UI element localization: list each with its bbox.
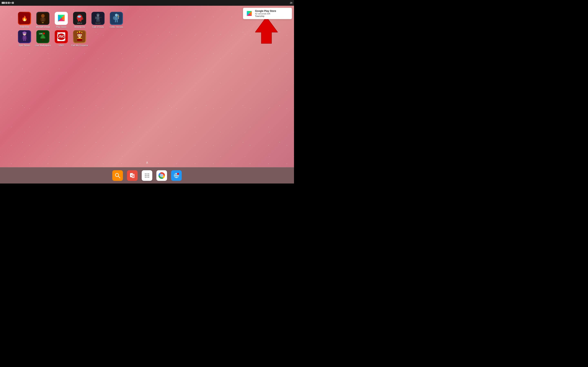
app-icon-uno: UNO U U [55, 30, 68, 43]
svg-point-85 [145, 175, 146, 176]
app-label-amongus: Among Us [74, 26, 85, 28]
svg-point-19 [96, 13, 99, 16]
app-item-celticheroes[interactable]: Celtic Heroes [108, 12, 125, 28]
app-icon-amongus: AMONG US [73, 12, 86, 25]
app-label-uno: UNO [59, 44, 64, 47]
notification-popup[interactable]: Google Play Store 42 seconds left Townsh… [243, 8, 292, 19]
app-item-uno[interactable]: UNO U U UNO [53, 30, 69, 47]
app-icon-livewallpapers: LIVE [36, 30, 49, 43]
app-item-amongus[interactable]: AMONG US Among Us [71, 12, 88, 28]
svg-text:UNO: UNO [57, 34, 65, 39]
svg-rect-72 [77, 38, 82, 39]
media-icon [2, 2, 5, 4]
svg-text:U: U [64, 40, 65, 42]
status-bar-right: 28 [290, 2, 292, 4]
dock-item-chrome[interactable] [156, 170, 167, 181]
svg-point-87 [148, 175, 149, 176]
notification-app: Township [255, 15, 289, 17]
svg-point-68 [77, 35, 79, 36]
app-label-callofduty: Call of Duty [92, 26, 104, 28]
svg-marker-74 [255, 17, 278, 43]
svg-point-86 [147, 175, 148, 176]
svg-point-52 [43, 33, 45, 34]
svg-text:LIVE: LIVE [39, 33, 43, 34]
svg-point-12 [78, 16, 81, 18]
svg-rect-20 [96, 16, 99, 20]
svg-rect-33 [117, 16, 120, 17]
svg-rect-45 [25, 39, 26, 41]
svg-point-96 [161, 175, 162, 176]
svg-point-89 [147, 176, 148, 178]
app-icon-mortalkombat: MK [36, 12, 49, 25]
app-item-callmeemperor[interactable]: Call Me Emperor [71, 30, 88, 47]
app-label-playstore: Play Store [56, 26, 67, 28]
app-label-callmeemperor: Call Me Emperor [71, 44, 88, 47]
app-item-livewallpapers[interactable]: LIVE Live Wallpapers [35, 30, 51, 47]
svg-point-64 [77, 32, 78, 33]
dock-item-solitaire[interactable]: ♠ ♣ [127, 170, 138, 181]
dock-item-search[interactable] [112, 170, 123, 181]
svg-rect-34 [115, 20, 116, 22]
desktop: 🔥 Free Fire MK MortalKombat [0, 6, 294, 167]
svg-rect-6 [44, 18, 45, 21]
media-icon-2 [5, 2, 7, 4]
app-icon-callmeemperor [73, 30, 86, 43]
svg-point-11 [77, 15, 82, 21]
app-icon-playstore [55, 12, 68, 25]
svg-rect-35 [117, 20, 118, 22]
chevron-up[interactable]: ∧ [146, 160, 148, 165]
app-label-freefire: Free Fire [20, 26, 29, 28]
app-item-mortalkombat[interactable]: MK MortalKombat [35, 12, 51, 28]
svg-point-65 [81, 32, 82, 33]
app-label-livewallpapers: Live Wallpapers [35, 44, 51, 47]
svg-rect-23 [96, 20, 98, 22]
svg-text:CALL OF DUTY: CALL OF DUTY [95, 23, 101, 24]
svg-rect-43 [23, 35, 26, 39]
app-label-mortalkombat: MortalKombat [36, 26, 50, 28]
svg-text:♣: ♣ [132, 175, 134, 177]
notification-content: Google Play Store 42 seconds left Townsh… [255, 9, 289, 17]
status-time: 28 [290, 2, 292, 4]
svg-point-38 [23, 32, 26, 34]
svg-rect-13 [82, 18, 83, 20]
svg-point-27 [115, 14, 118, 17]
taskbar: ♠ ♣ [0, 167, 294, 184]
svg-point-83 [147, 173, 148, 174]
status-bar: 28 [0, 0, 294, 6]
notification-title: Google Play Store [255, 9, 289, 12]
svg-text:🔥: 🔥 [21, 16, 28, 22]
app-item-playstore[interactable]: Play Store [53, 12, 69, 28]
svg-rect-15 [80, 20, 81, 22]
svg-rect-24 [98, 20, 99, 22]
svg-point-42 [25, 33, 26, 34]
svg-point-69 [81, 35, 82, 36]
app-icon-callofduty: CALL OF DUTY [91, 12, 104, 25]
svg-rect-22 [95, 17, 97, 19]
svg-point-90 [148, 176, 149, 178]
svg-text:♠: ♠ [131, 174, 132, 176]
svg-rect-5 [40, 18, 42, 21]
dock-item-browser[interactable] [171, 170, 182, 181]
svg-rect-14 [78, 20, 79, 22]
svg-point-3 [41, 14, 45, 18]
red-arrow-annotation [255, 16, 278, 45]
svg-rect-21 [99, 17, 102, 18]
svg-rect-70 [79, 37, 81, 38]
svg-point-102 [177, 173, 179, 175]
svg-rect-28 [115, 17, 118, 20]
svg-text:U: U [57, 33, 59, 35]
svg-point-84 [148, 173, 149, 174]
notification-subtitle: 42 seconds left [255, 12, 289, 15]
app-item-freefire[interactable]: 🔥 Free Fire [16, 12, 33, 28]
media-icon-3 [8, 2, 10, 4]
app-item-callofduty[interactable]: CALL OF DUTY Call of Duty [90, 12, 106, 28]
app-item-epicseven[interactable]: Epic Seven [16, 30, 33, 47]
app-icon-epicseven [18, 30, 31, 43]
app-label-celticheroes: Celtic Heroes [110, 26, 123, 28]
status-bar-left [2, 2, 14, 4]
dock-item-apps[interactable] [142, 170, 152, 181]
app-icon-freefire: 🔥 [18, 12, 31, 25]
svg-point-82 [145, 173, 146, 174]
svg-text:AMONG US: AMONG US [77, 23, 82, 24]
svg-point-63 [79, 31, 80, 33]
